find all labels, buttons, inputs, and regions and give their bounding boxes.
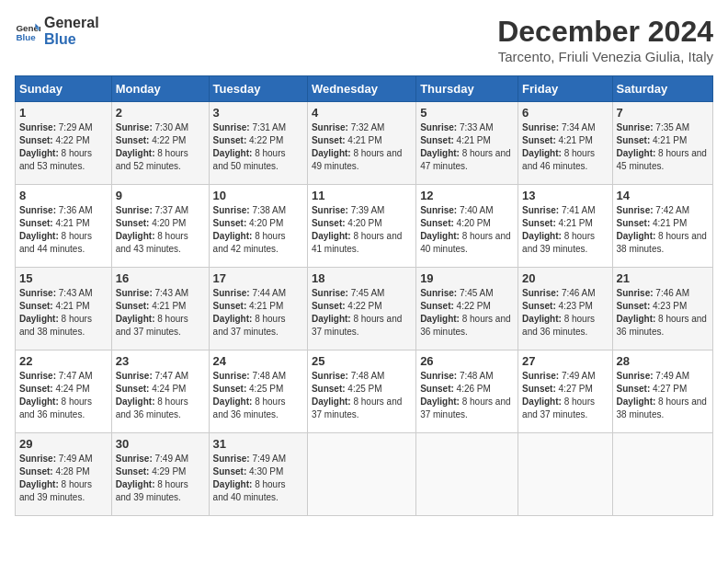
day-number: 26 (420, 354, 514, 368)
title-section: December 2024 Tarcento, Friuli Venezia G… (497, 15, 713, 64)
day-info: Sunrise: 7:49 AM Sunset: 4:27 PM Dayligh… (522, 371, 595, 419)
day-number: 15 (19, 271, 108, 285)
header-saturday: Saturday (612, 76, 712, 102)
day-number: 22 (19, 354, 108, 368)
calendar-cell: 7 Sunrise: 7:35 AM Sunset: 4:21 PM Dayli… (612, 102, 712, 185)
calendar-cell: 23 Sunrise: 7:47 AM Sunset: 4:24 PM Dayl… (111, 350, 209, 433)
calendar-cell: 28 Sunrise: 7:49 AM Sunset: 4:27 PM Dayl… (612, 350, 712, 433)
calendar-cell: 30 Sunrise: 7:49 AM Sunset: 4:29 PM Dayl… (111, 433, 209, 516)
calendar-cell: 17 Sunrise: 7:44 AM Sunset: 4:21 PM Dayl… (209, 268, 307, 350)
page-subtitle: Tarcento, Friuli Venezia Giulia, Italy (497, 49, 713, 64)
header-sunday: Sunday (16, 76, 112, 102)
day-info: Sunrise: 7:42 AM Sunset: 4:21 PM Dayligh… (617, 205, 707, 254)
calendar-cell: 16 Sunrise: 7:43 AM Sunset: 4:21 PM Dayl… (111, 268, 209, 350)
day-info: Sunrise: 7:47 AM Sunset: 4:24 PM Dayligh… (19, 371, 92, 419)
day-number: 16 (116, 271, 205, 285)
header-wednesday: Wednesday (307, 76, 415, 102)
day-number: 4 (312, 106, 412, 120)
day-info: Sunrise: 7:30 AM Sunset: 4:22 PM Dayligh… (116, 122, 188, 171)
day-info: Sunrise: 7:43 AM Sunset: 4:21 PM Dayligh… (19, 288, 92, 337)
day-number: 11 (312, 189, 412, 202)
day-info: Sunrise: 7:45 AM Sunset: 4:22 PM Dayligh… (312, 288, 402, 337)
calendar-week-4: 22 Sunrise: 7:47 AM Sunset: 4:24 PM Dayl… (16, 350, 713, 433)
day-number: 31 (213, 437, 303, 451)
page-title: December 2024 (497, 15, 713, 49)
calendar-cell: 4 Sunrise: 7:32 AM Sunset: 4:21 PM Dayli… (307, 102, 415, 185)
header-tuesday: Tuesday (209, 76, 307, 102)
calendar-cell: 13 Sunrise: 7:41 AM Sunset: 4:21 PM Dayl… (518, 185, 612, 268)
calendar-cell: 12 Sunrise: 7:40 AM Sunset: 4:20 PM Dayl… (416, 185, 518, 268)
calendar-cell: 3 Sunrise: 7:31 AM Sunset: 4:22 PM Dayli… (209, 102, 307, 185)
calendar-week-5: 29 Sunrise: 7:49 AM Sunset: 4:28 PM Dayl… (16, 433, 713, 516)
calendar-week-1: 1 Sunrise: 7:29 AM Sunset: 4:22 PM Dayli… (16, 102, 713, 185)
logo-line2: Blue (44, 31, 99, 48)
calendar-week-2: 8 Sunrise: 7:36 AM Sunset: 4:21 PM Dayli… (16, 185, 713, 268)
day-number: 13 (522, 189, 608, 202)
calendar-cell: 2 Sunrise: 7:30 AM Sunset: 4:22 PM Dayli… (111, 102, 209, 185)
day-info: Sunrise: 7:48 AM Sunset: 4:26 PM Dayligh… (420, 371, 510, 419)
logo-line1: General (44, 15, 99, 31)
day-number: 8 (19, 189, 108, 202)
calendar-cell: 10 Sunrise: 7:38 AM Sunset: 4:20 PM Dayl… (209, 185, 307, 268)
calendar-cell: 8 Sunrise: 7:36 AM Sunset: 4:21 PM Dayli… (16, 185, 112, 268)
day-number: 18 (312, 271, 412, 285)
calendar-cell: 1 Sunrise: 7:29 AM Sunset: 4:22 PM Dayli… (16, 102, 112, 185)
calendar-cell: 26 Sunrise: 7:48 AM Sunset: 4:26 PM Dayl… (416, 350, 518, 433)
day-info: Sunrise: 7:48 AM Sunset: 4:25 PM Dayligh… (312, 371, 402, 419)
day-info: Sunrise: 7:45 AM Sunset: 4:22 PM Dayligh… (420, 288, 510, 337)
calendar-cell: 20 Sunrise: 7:46 AM Sunset: 4:23 PM Dayl… (518, 268, 612, 350)
calendar-cell: 27 Sunrise: 7:49 AM Sunset: 4:27 PM Dayl… (518, 350, 612, 433)
calendar-cell: 9 Sunrise: 7:37 AM Sunset: 4:20 PM Dayli… (111, 185, 209, 268)
page-header: General Blue General Blue December 2024 … (15, 15, 713, 64)
day-info: Sunrise: 7:49 AM Sunset: 4:27 PM Dayligh… (617, 371, 707, 419)
day-info: Sunrise: 7:46 AM Sunset: 4:23 PM Dayligh… (617, 288, 707, 337)
day-number: 7 (617, 106, 709, 120)
day-info: Sunrise: 7:49 AM Sunset: 4:28 PM Dayligh… (19, 454, 92, 502)
day-number: 6 (522, 106, 608, 120)
header-friday: Friday (518, 76, 612, 102)
calendar-header-row: SundayMondayTuesdayWednesdayThursdayFrid… (16, 76, 713, 102)
day-info: Sunrise: 7:47 AM Sunset: 4:24 PM Dayligh… (116, 371, 188, 419)
day-info: Sunrise: 7:48 AM Sunset: 4:25 PM Dayligh… (213, 371, 286, 419)
day-info: Sunrise: 7:41 AM Sunset: 4:21 PM Dayligh… (522, 205, 595, 254)
day-info: Sunrise: 7:33 AM Sunset: 4:21 PM Dayligh… (420, 122, 510, 171)
day-number: 17 (213, 271, 303, 285)
day-number: 24 (213, 354, 303, 368)
day-number: 5 (420, 106, 514, 120)
day-info: Sunrise: 7:46 AM Sunset: 4:23 PM Dayligh… (522, 288, 595, 337)
day-info: Sunrise: 7:38 AM Sunset: 4:20 PM Dayligh… (213, 205, 286, 254)
day-info: Sunrise: 7:36 AM Sunset: 4:21 PM Dayligh… (19, 205, 92, 254)
day-number: 1 (19, 106, 108, 120)
day-info: Sunrise: 7:49 AM Sunset: 4:30 PM Dayligh… (213, 454, 286, 502)
calendar-cell: 22 Sunrise: 7:47 AM Sunset: 4:24 PM Dayl… (16, 350, 112, 433)
day-info: Sunrise: 7:35 AM Sunset: 4:21 PM Dayligh… (617, 122, 707, 171)
day-number: 2 (116, 106, 205, 120)
logo: General Blue General Blue (15, 15, 99, 47)
calendar-cell: 19 Sunrise: 7:45 AM Sunset: 4:22 PM Dayl… (416, 268, 518, 350)
day-number: 10 (213, 189, 303, 202)
calendar-week-3: 15 Sunrise: 7:43 AM Sunset: 4:21 PM Dayl… (16, 268, 713, 350)
day-info: Sunrise: 7:31 AM Sunset: 4:22 PM Dayligh… (213, 122, 286, 171)
calendar-cell: 5 Sunrise: 7:33 AM Sunset: 4:21 PM Dayli… (416, 102, 518, 185)
logo-icon: General Blue (15, 18, 40, 44)
calendar-cell: 24 Sunrise: 7:48 AM Sunset: 4:25 PM Dayl… (209, 350, 307, 433)
calendar-cell: 21 Sunrise: 7:46 AM Sunset: 4:23 PM Dayl… (612, 268, 712, 350)
day-number: 14 (617, 189, 709, 202)
day-number: 27 (522, 354, 608, 368)
svg-text:Blue: Blue (16, 31, 36, 41)
calendar-cell: 25 Sunrise: 7:48 AM Sunset: 4:25 PM Dayl… (307, 350, 415, 433)
day-number: 3 (213, 106, 303, 120)
day-number: 20 (522, 271, 608, 285)
day-info: Sunrise: 7:29 AM Sunset: 4:22 PM Dayligh… (19, 122, 92, 171)
day-number: 9 (116, 189, 205, 202)
calendar-cell: 29 Sunrise: 7:49 AM Sunset: 4:28 PM Dayl… (16, 433, 112, 516)
calendar-cell: 18 Sunrise: 7:45 AM Sunset: 4:22 PM Dayl… (307, 268, 415, 350)
day-info: Sunrise: 7:49 AM Sunset: 4:29 PM Dayligh… (116, 454, 188, 502)
day-number: 19 (420, 271, 514, 285)
day-number: 23 (116, 354, 205, 368)
calendar-cell (612, 433, 712, 516)
day-info: Sunrise: 7:39 AM Sunset: 4:20 PM Dayligh… (312, 205, 402, 254)
calendar-cell: 15 Sunrise: 7:43 AM Sunset: 4:21 PM Dayl… (16, 268, 112, 350)
day-number: 30 (116, 437, 205, 451)
day-info: Sunrise: 7:43 AM Sunset: 4:21 PM Dayligh… (116, 288, 188, 337)
